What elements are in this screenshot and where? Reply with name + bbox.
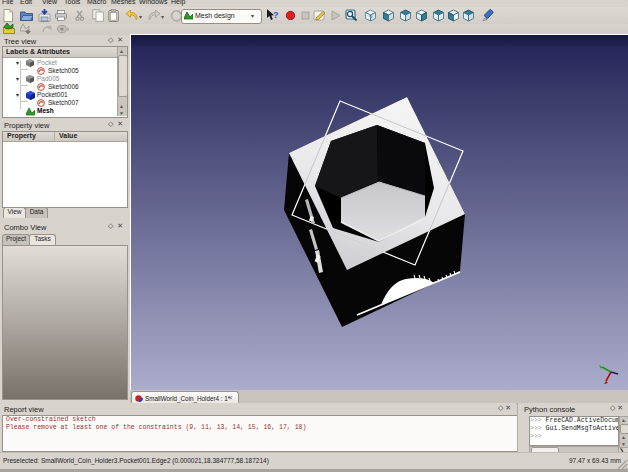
svg-text:?: ?: [273, 10, 279, 20]
svg-text:?: ?: [369, 14, 373, 21]
